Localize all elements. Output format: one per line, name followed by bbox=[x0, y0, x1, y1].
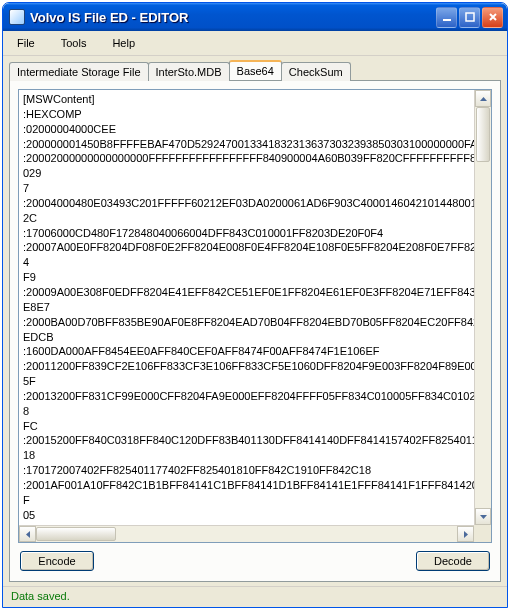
scroll-thumb-h[interactable] bbox=[36, 527, 116, 541]
window-title: Volvo IS File ED - EDITOR bbox=[30, 10, 436, 25]
minimize-icon bbox=[442, 12, 452, 22]
menu-tools[interactable]: Tools bbox=[55, 35, 93, 51]
tab-intersto-mdb[interactable]: InterSto.MDB bbox=[148, 62, 230, 81]
chevron-right-icon bbox=[464, 531, 468, 538]
tab-base64[interactable]: Base64 bbox=[229, 60, 282, 80]
app-icon bbox=[9, 9, 25, 25]
app-window: Volvo IS File ED - EDITOR File Tools Hel… bbox=[2, 2, 508, 608]
maximize-icon bbox=[465, 12, 475, 22]
menubar: File Tools Help bbox=[3, 31, 507, 56]
vertical-scrollbar[interactable] bbox=[474, 90, 491, 525]
content-textarea[interactable]: [MSWContent] :HEXCOMP :02000004000CEE :2… bbox=[18, 89, 492, 543]
maximize-button[interactable] bbox=[459, 7, 480, 28]
horizontal-scrollbar[interactable] bbox=[19, 525, 474, 542]
chevron-left-icon bbox=[26, 531, 30, 538]
chevron-down-icon bbox=[480, 515, 487, 519]
minimize-button[interactable] bbox=[436, 7, 457, 28]
tabs: Intermediate Storage File InterSto.MDB B… bbox=[3, 56, 507, 80]
scroll-down-button[interactable] bbox=[475, 508, 491, 525]
tab-panel: [MSWContent] :HEXCOMP :02000004000CEE :2… bbox=[9, 80, 501, 582]
menu-help[interactable]: Help bbox=[106, 35, 141, 51]
close-button[interactable] bbox=[482, 7, 503, 28]
scroll-thumb[interactable] bbox=[476, 107, 490, 162]
decode-button[interactable]: Decode bbox=[416, 551, 490, 571]
content-text[interactable]: [MSWContent] :HEXCOMP :02000004000CEE :2… bbox=[19, 90, 491, 542]
svg-rect-1 bbox=[466, 13, 474, 21]
scroll-track-h[interactable] bbox=[36, 526, 457, 542]
scroll-track[interactable] bbox=[475, 107, 491, 508]
menu-file[interactable]: File bbox=[11, 35, 41, 51]
tab-checksum[interactable]: CheckSum bbox=[281, 62, 351, 81]
status-text: Data saved. bbox=[11, 590, 70, 602]
chevron-up-icon bbox=[480, 97, 487, 101]
svg-rect-0 bbox=[443, 19, 451, 21]
tab-intermediate-storage-file[interactable]: Intermediate Storage File bbox=[9, 62, 149, 81]
status-bar: Data saved. bbox=[3, 586, 507, 607]
scroll-left-button[interactable] bbox=[19, 526, 36, 542]
encode-button[interactable]: Encode bbox=[20, 551, 94, 571]
scroll-up-button[interactable] bbox=[475, 90, 491, 107]
titlebar[interactable]: Volvo IS File ED - EDITOR bbox=[3, 3, 507, 31]
scroll-right-button[interactable] bbox=[457, 526, 474, 542]
close-icon bbox=[488, 12, 498, 22]
scroll-corner bbox=[474, 525, 491, 542]
button-row: Encode Decode bbox=[18, 543, 492, 573]
